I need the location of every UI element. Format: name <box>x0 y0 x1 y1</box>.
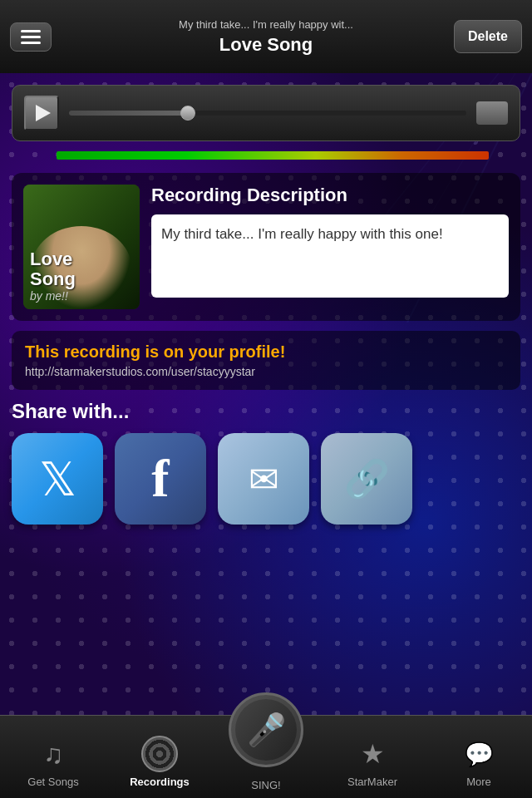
tab-sing[interactable]: 🎤 SING! <box>213 716 319 798</box>
microphone-icon: 🎤 <box>235 699 297 761</box>
more-dots-icon: 💬 <box>465 741 494 768</box>
profile-on-text: This recording is on your profile! <box>25 342 507 362</box>
facebook-icon: f <box>151 452 169 505</box>
link-icon: 🔗 <box>344 457 390 500</box>
recording-desc-box[interactable]: My third take... I'm really happy with t… <box>151 214 509 298</box>
share-buttons: 𝕏 f ✉ 🔗 <box>12 433 520 525</box>
tab-recordings-label: Recordings <box>130 776 190 788</box>
header-subtitle: My third take... I'm really happy wit... <box>179 18 353 31</box>
tab-starmaker-label: StarMaker <box>347 776 397 788</box>
header-title: Love Song <box>219 34 313 56</box>
twitter-share-button[interactable]: 𝕏 <box>12 433 103 525</box>
profile-url[interactable]: http://starmakerstudios.com/user/stacyyy… <box>25 365 507 378</box>
progress-track[interactable] <box>69 111 466 116</box>
album-title: LoveSong <box>30 249 133 289</box>
share-section: Share with... 𝕏 f ✉ 🔗 <box>12 400 520 525</box>
volume-button[interactable] <box>476 101 508 125</box>
email-icon: ✉ <box>249 458 279 500</box>
twitter-icon: 𝕏 <box>39 452 76 506</box>
recording-info: Recording Description My third take... I… <box>151 185 509 298</box>
album-art: LoveSong by me!! <box>23 185 140 309</box>
mic-bubble: 🎤 <box>229 692 303 767</box>
album-text: LoveSong by me!! <box>30 249 133 303</box>
progress-thumb[interactable] <box>180 106 195 121</box>
tab-recordings[interactable]: Recordings <box>106 716 213 798</box>
tab-bar: ♫ Get Songs Recordings 🎤 SING! ★ StarMak… <box>0 715 532 798</box>
share-title: Share with... <box>12 400 520 423</box>
content-area: LoveSong by me!! Recording Description M… <box>0 73 532 715</box>
tab-get-songs-icon-area: ♫ <box>35 736 71 772</box>
tab-starmaker[interactable]: ★ StarMaker <box>319 716 426 798</box>
header: My third take... I'm really happy wit...… <box>0 0 532 73</box>
tab-starmaker-icon-area: ★ <box>354 736 391 772</box>
tab-get-songs-label: Get Songs <box>27 776 78 788</box>
tab-more-label: More <box>466 776 491 788</box>
header-center: My third take... I'm really happy wit...… <box>179 0 353 73</box>
link-share-button[interactable]: 🔗 <box>321 433 412 525</box>
play-icon <box>36 105 51 121</box>
tab-get-songs[interactable]: ♫ Get Songs <box>0 716 106 798</box>
menu-button[interactable] <box>10 22 52 52</box>
recording-desc-title: Recording Description <box>151 185 509 206</box>
eq-bar <box>57 151 489 160</box>
recording-desc-text: My third take... I'm really happy with t… <box>161 224 499 244</box>
album-subtitle: by me!! <box>30 289 133 303</box>
tab-recordings-icon-area <box>141 736 178 772</box>
tab-sing-label: SING! <box>251 779 280 791</box>
delete-button[interactable]: Delete <box>454 20 522 53</box>
facebook-share-button[interactable]: f <box>115 433 206 525</box>
play-button[interactable] <box>24 96 59 131</box>
hamburger-icon <box>21 30 41 44</box>
tab-more[interactable]: 💬 More <box>426 716 532 798</box>
music-note-icon: ♫ <box>43 739 63 770</box>
email-share-button[interactable]: ✉ <box>218 433 309 525</box>
progress-fill <box>69 111 188 116</box>
star-icon: ★ <box>361 738 385 770</box>
tab-more-icon-area: 💬 <box>461 736 497 772</box>
recordings-disk-icon <box>141 736 178 772</box>
player-bar <box>12 85 520 141</box>
profile-banner: This recording is on your profile! http:… <box>12 331 520 390</box>
recording-card: LoveSong by me!! Recording Description M… <box>12 173 520 321</box>
